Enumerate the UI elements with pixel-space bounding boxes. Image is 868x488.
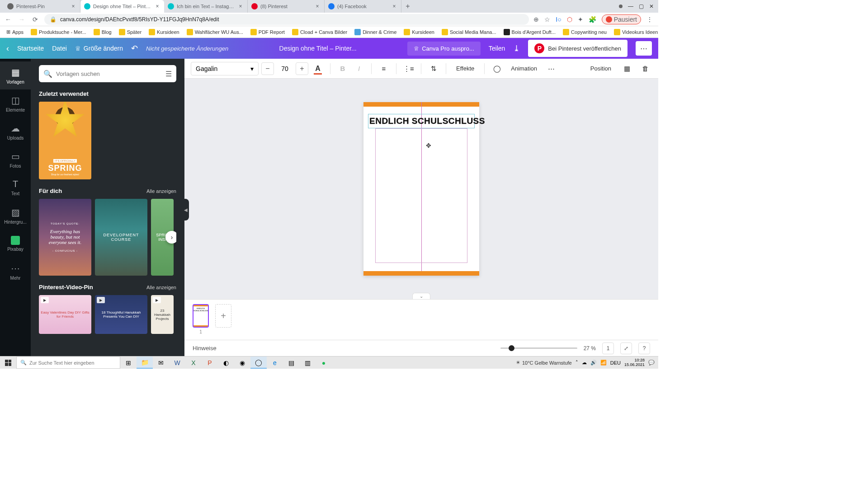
slider-thumb[interactable] [509,345,514,351]
animation-button[interactable]: Animation [506,62,542,75]
account-icon[interactable] [619,5,623,8]
bookmark-item[interactable]: Kursideen [401,28,437,36]
bookmark-item[interactable]: Kursideen [146,28,182,36]
bookmark-item[interactable]: Cload + Canva Bilder [289,28,350,36]
excel-icon[interactable]: X [185,357,202,369]
close-icon[interactable]: × [237,3,244,9]
rail-templates[interactable]: ▦Vorlagen [0,61,31,89]
rail-elements[interactable]: ◫Elemente [0,89,31,117]
notes-button[interactable]: Hinweise [193,345,217,352]
edge-icon[interactable]: e [267,357,283,369]
see-all-link[interactable]: Alle anzeigen [146,188,176,194]
forward-icon[interactable]: → [17,15,26,24]
font-family-select[interactable]: Gagalin ▾ [191,62,259,75]
obs-icon[interactable]: ◉ [234,357,250,369]
delete-icon[interactable]: 🗑 [638,62,652,75]
headline-text-box[interactable]: ENDLICH SCHULSCHLUSS [368,114,475,128]
file-menu[interactable]: Datei [52,45,67,52]
template-thumb[interactable]: ▶23 Hanukkah Projects [151,295,174,334]
ext2-icon[interactable]: ⬡ [567,16,572,23]
download-icon[interactable]: ⤓ [513,43,520,53]
rail-more[interactable]: ⋯Mehr [0,258,31,286]
rail-background[interactable]: ▨Hintergru... [0,202,31,230]
explorer-icon[interactable]: 📁 [137,357,153,369]
design-title[interactable]: Design ohne Titel – Pinter... [236,45,399,52]
notifications-icon[interactable]: 💬 [648,360,655,366]
template-search[interactable]: 🔍 ☰ [39,65,176,82]
spotify-icon[interactable]: ● [316,357,332,369]
zoom-slider[interactable] [500,347,577,349]
close-icon[interactable]: × [391,3,397,9]
page-count-badge[interactable]: 1 [602,343,614,354]
menu-icon[interactable]: ⋮ [646,16,653,23]
canvas-viewport[interactable]: ENDLICH SCHULSCHLUSS ✥ ⌄ [184,79,658,299]
help-icon[interactable]: ? [638,343,650,354]
task-view-icon[interactable]: ⊞ [120,357,137,369]
tab-canva-design[interactable]: Design ohne Titel – Pinterest Pin × [80,0,164,13]
rail-uploads[interactable]: ☁Uploads [0,117,31,145]
tab-instagram-text[interactable]: Ich bin ein Text – Instagram-Bei... × [164,0,248,13]
headline-text[interactable]: ENDLICH SCHULSCHLUSS [369,116,485,126]
fullscreen-icon[interactable]: ⤢ [620,343,632,354]
list-button[interactable]: ⋮≡ [402,62,415,75]
bookmark-item[interactable]: Dinner & Crime [352,28,399,36]
rail-pixabay[interactable]: Pixabay [0,230,31,258]
text-color-button[interactable]: A [311,62,325,75]
add-page-button[interactable]: + [215,304,231,328]
spacing-button[interactable]: ⇅ [427,62,440,75]
bookmark-item[interactable]: Blog [91,28,114,36]
minimize-icon[interactable]: — [628,3,633,9]
close-icon[interactable]: × [314,3,321,9]
bookmark-item[interactable]: Social Media Mana... [439,28,499,36]
bookmark-item[interactable]: Wahlfächer WU Aus... [184,28,246,36]
bookmark-item[interactable]: PDF Report [248,28,288,36]
extensions-icon[interactable]: 🧩 [589,16,596,23]
bookmark-item[interactable]: Videokurs Ideen [611,28,658,36]
decrease-size-button[interactable]: − [261,62,274,75]
next-arrow-icon[interactable]: › [165,231,176,244]
tab-facebook[interactable]: (4) Facebook × [325,0,401,13]
more-tools-icon[interactable]: ⋯ [544,62,558,75]
reload-icon[interactable]: ⟳ [31,15,40,24]
page-toggle-icon[interactable]: ⌄ [412,293,430,299]
chrome-icon[interactable]: ◯ [250,357,267,369]
transparency-icon[interactable]: ▦ [620,62,634,75]
close-icon[interactable]: × [154,3,160,9]
new-tab-button[interactable]: + [401,0,414,13]
search-input[interactable] [56,70,162,77]
bookmark-apps[interactable]: ⊞Apps [4,28,26,36]
app-icon[interactable]: ◐ [218,357,234,369]
bottom-bar-element[interactable] [363,271,479,276]
template-thumb[interactable]: ▶18 Thoughtful Hanukkah Presents You Can… [95,295,147,334]
back-icon[interactable]: ← [4,15,13,24]
word-icon[interactable]: W [169,357,185,369]
resize-button[interactable]: ♕Größe ändern [75,45,123,52]
bold-button[interactable]: B [336,62,349,75]
align-button[interactable]: ≡ [377,62,391,75]
ext1-icon[interactable]: I○ [556,16,561,23]
tray-up-icon[interactable]: ˄ [576,360,578,366]
taskbar-search[interactable]: 🔍 Zur Suche Text hier eingeben [16,357,120,369]
filter-icon[interactable]: ☰ [165,70,172,78]
bookmark-item[interactable]: Produktsuche - Mer... [28,28,89,36]
rail-text[interactable]: TText [0,174,31,202]
rail-photos[interactable]: ▭Fotos [0,145,31,174]
maximize-icon[interactable]: ▢ [639,3,644,9]
increase-size-button[interactable]: + [296,62,308,75]
animate-icon[interactable]: ◯ [490,62,504,75]
notepad-icon[interactable]: ▥ [299,357,316,369]
bookmark-item[interactable]: Später [116,28,144,36]
undo-icon[interactable]: ↶ [131,43,138,53]
home-button[interactable]: Startseite [17,45,44,52]
volume-icon[interactable]: 🔊 [590,360,597,366]
clock[interactable]: 10:28 15.06.2021 [624,358,645,367]
try-pro-button[interactable]: ♕Canva Pro auspro... [407,42,481,56]
see-all-link[interactable]: Alle anzeigen [146,285,176,290]
tab-pinterest[interactable]: (8) Pinterest × [248,0,325,13]
start-button[interactable] [0,357,16,369]
share-button[interactable]: Teilen [489,45,505,52]
back-home-icon[interactable]: ‹ [6,44,9,53]
template-thumb[interactable]: DEVELOPMENT COURSE [95,199,147,276]
cloud-icon[interactable]: ☁ [582,360,587,366]
more-menu-button[interactable]: ⋯ [636,41,652,56]
